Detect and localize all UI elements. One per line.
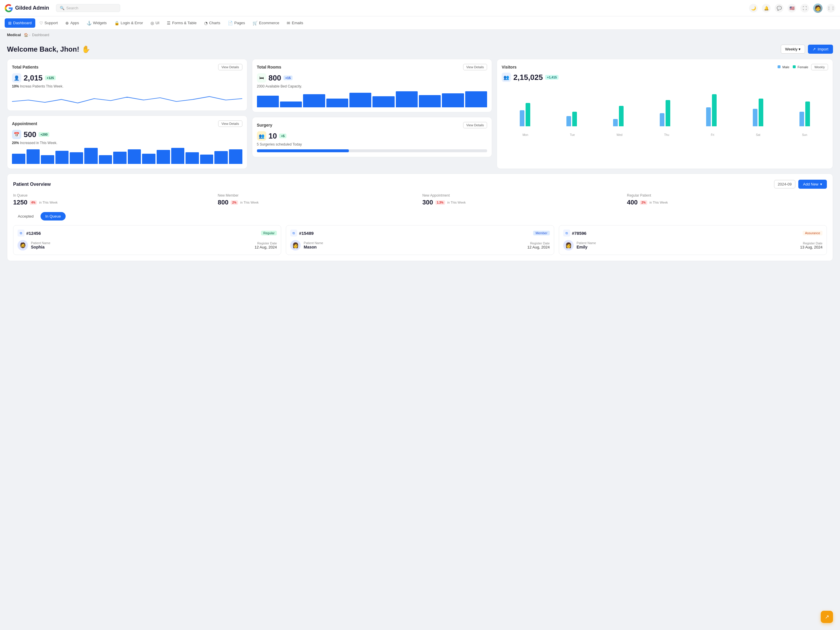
- surgery-card: Surgery View Details 👥 10 +5 5 Surgeries…: [252, 117, 492, 157]
- bar-group-sat: [753, 99, 763, 126]
- card-header: Total Patients View Details: [12, 64, 242, 70]
- visitors-weekly-btn[interactable]: Weekly: [811, 64, 828, 70]
- menu-item-emails[interactable]: ✉ Emails: [283, 18, 306, 28]
- menu-label-widgets: Widgets: [93, 21, 107, 25]
- brand: Gilded Admin: [5, 4, 49, 12]
- expand-icon[interactable]: ⛶: [801, 4, 809, 13]
- female-dot: [793, 65, 796, 68]
- menu-item-support[interactable]: ♡ Support: [36, 18, 62, 28]
- label-mon: Mon: [523, 133, 528, 136]
- new-member-sub: in This Week: [240, 201, 259, 204]
- patient-name-label-1: Patient Name: [304, 241, 524, 245]
- tab-accepted[interactable]: Accepted: [13, 212, 38, 221]
- total-rooms-title: Total Rooms: [257, 65, 281, 69]
- appointment-view-details[interactable]: View Details: [218, 120, 242, 127]
- search-bar[interactable]: 🔍 Search: [56, 4, 120, 12]
- female-bar: [526, 103, 530, 126]
- bar: [373, 96, 394, 107]
- in-queue-number: 1250: [13, 199, 27, 206]
- menu-label-charts: Charts: [209, 21, 220, 25]
- new-member-badge: 2%: [231, 201, 238, 205]
- menu-item-pages[interactable]: 📄 Pages: [224, 18, 248, 28]
- stat-in-queue: In Queue 1250 4% in This Week: [13, 193, 213, 206]
- bar: [257, 96, 279, 107]
- copy-icon-2[interactable]: ⧉: [563, 229, 570, 237]
- patient-avatar-1: 👩: [290, 240, 301, 251]
- widgets-icon: ⚓: [87, 21, 92, 25]
- surgery-sub: 5 Surgeries scheduled Today: [257, 142, 487, 147]
- menu-item-charts[interactable]: ◔ Charts: [201, 18, 224, 28]
- menu-label-forms-table: Forms & Table: [172, 21, 197, 25]
- menu-item-forms-table[interactable]: ☰ Forms & Table: [163, 18, 200, 28]
- total-rooms-card: Total Rooms View Details 🛏 800 +15 2000 …: [252, 59, 492, 112]
- charts-icon: ◔: [204, 21, 208, 25]
- patient-id-0: #12456: [26, 231, 41, 236]
- add-new-button[interactable]: Add New ▾: [798, 180, 827, 189]
- patient-date-1: 12 Aug, 2024: [527, 245, 550, 249]
- regular-badge: 2%: [640, 201, 647, 205]
- visitors-badge: +1,415: [545, 75, 559, 80]
- rooms-icon: 🛏: [257, 73, 266, 82]
- grid-icon[interactable]: ⋮⋮: [827, 4, 835, 13]
- female-bar: [619, 106, 624, 126]
- main-content: Welcome Back, Jhon! ✋ Weekly ▾ ↗ Import …: [0, 40, 840, 268]
- apps-icon: ⊕: [65, 21, 69, 25]
- support-icon: ♡: [39, 21, 43, 25]
- bar: [142, 154, 155, 164]
- surgery-progress-fill: [257, 149, 349, 152]
- label-tue: Tue: [570, 133, 575, 136]
- top-menu: ⊞ Dashboard ♡ Support ⊕ Apps ⚓ Widgets 🔒…: [0, 16, 840, 30]
- surgery-view-details[interactable]: View Details: [463, 122, 487, 128]
- patient-date-col-2: Register Date 13 Aug, 2024: [800, 242, 823, 249]
- appointment-sub: 20% Increased in This Week.: [12, 141, 242, 145]
- theme-toggle-icon[interactable]: 🌙: [749, 4, 758, 13]
- weekly-button[interactable]: Weekly ▾: [781, 45, 805, 54]
- stat-new-appointment: New Appointment 300 1.3% in This Week: [422, 193, 622, 206]
- patient-id-row-1: ⧉ #15489: [290, 229, 314, 237]
- patient-card-header-0: ⧉ #12456 Regular: [17, 229, 277, 237]
- male-bar: [520, 110, 524, 126]
- login-icon: 🔒: [114, 21, 119, 25]
- menu-label-dashboard: Dashboard: [13, 21, 32, 25]
- patient-id-1: #15489: [299, 231, 314, 236]
- bar: [349, 93, 371, 107]
- visitors-icon: 👥: [502, 73, 511, 82]
- menu-item-apps[interactable]: ⊕ Apps: [62, 18, 82, 28]
- bar: [442, 93, 464, 107]
- copy-icon-0[interactable]: ⧉: [17, 229, 25, 237]
- welcome-row: Welcome Back, Jhon! ✋ Weekly ▾ ↗ Import: [7, 45, 833, 54]
- avatar[interactable]: 🧑: [813, 3, 823, 13]
- chat-icon[interactable]: 💬: [775, 4, 783, 13]
- menu-item-ecommerce[interactable]: 🛒 Ecommerce: [249, 18, 283, 28]
- tab-in-queue[interactable]: In Queue: [41, 212, 66, 221]
- import-button[interactable]: ↗ Import: [808, 45, 833, 54]
- menu-item-ui[interactable]: ◎ UI: [147, 18, 163, 28]
- female-bar: [572, 112, 577, 126]
- bar: [185, 152, 199, 164]
- notification-icon[interactable]: 🔔: [762, 4, 771, 13]
- bar: [41, 155, 54, 164]
- bar: [171, 148, 185, 164]
- menu-item-widgets[interactable]: ⚓ Widgets: [83, 18, 110, 28]
- copy-icon-1[interactable]: ⧉: [290, 229, 297, 237]
- patient-date-col-0: Register Date 12 Aug, 2024: [255, 242, 277, 249]
- patient-card-1: ⧉ #15489 Member 👩 Patient Name Mason Reg…: [286, 225, 554, 255]
- female-bar: [805, 101, 810, 126]
- rooms-number: 800: [268, 74, 281, 82]
- bar: [465, 91, 487, 107]
- pages-icon: 📄: [228, 21, 233, 25]
- patients-icon: 👤: [12, 73, 21, 82]
- total-patients-view-details[interactable]: View Details: [218, 64, 242, 70]
- visitors-card: Visitors Male Female Weekly: [497, 59, 833, 169]
- patient-date-col-1: Register Date 12 Aug, 2024: [527, 242, 550, 249]
- menu-item-login-error[interactable]: 🔒 Login & Error: [111, 18, 147, 28]
- search-placeholder: Search: [66, 6, 78, 10]
- menu-label-pages: Pages: [234, 21, 245, 25]
- flag-icon[interactable]: 🇺🇸: [788, 4, 796, 13]
- appointment-icon: 📅: [12, 130, 21, 139]
- female-bar: [666, 100, 670, 126]
- male-bar: [706, 107, 711, 126]
- patient-date-label-0: Register Date: [255, 242, 277, 245]
- menu-item-dashboard[interactable]: ⊞ Dashboard: [5, 18, 35, 28]
- total-rooms-view-details[interactable]: View Details: [463, 64, 487, 70]
